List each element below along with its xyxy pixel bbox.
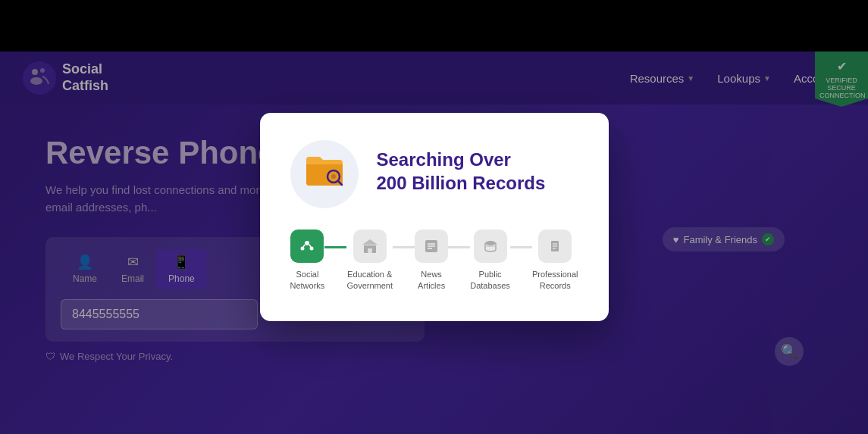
step-professional-label: ProfessionalRecords xyxy=(532,269,578,291)
svg-point-18 xyxy=(485,241,496,245)
svg-point-7 xyxy=(301,247,305,251)
step-databases-icon xyxy=(474,229,507,263)
step-social-label: SocialNetworks xyxy=(290,269,325,291)
step-education-icon xyxy=(353,229,387,263)
search-modal: Searching Over 200 Billion Records xyxy=(260,113,609,321)
svg-line-9 xyxy=(303,245,305,247)
step-education-government: Education &Government xyxy=(346,229,393,291)
svg-point-5 xyxy=(331,174,336,179)
svg-point-8 xyxy=(310,247,314,251)
svg-rect-13 xyxy=(368,248,372,253)
step-news-label: NewsArticles xyxy=(418,269,445,291)
connector-4 xyxy=(510,246,532,248)
step-education-label: Education &Government xyxy=(346,269,393,291)
step-news-articles: NewsArticles xyxy=(415,229,448,291)
connector-3 xyxy=(448,246,470,248)
modal-title: Searching Over 200 Billion Records xyxy=(377,140,546,195)
connector-2 xyxy=(393,246,415,248)
step-professional-icon xyxy=(538,229,572,263)
step-news-icon xyxy=(415,229,448,263)
svg-point-6 xyxy=(305,241,309,245)
folder-icon-area xyxy=(290,140,359,208)
svg-line-10 xyxy=(309,245,311,247)
step-professional-records: ProfessionalRecords xyxy=(532,229,578,291)
modal-overlay: Searching Over 200 Billion Records xyxy=(0,0,868,434)
folder-search-icon xyxy=(305,152,344,196)
modal-top: Searching Over 200 Billion Records xyxy=(290,140,578,208)
svg-marker-12 xyxy=(362,239,378,245)
step-social-icon xyxy=(290,229,324,263)
connector-1 xyxy=(324,246,346,248)
step-public-databases: PublicDatabases xyxy=(470,229,510,291)
steps-row: SocialNetworks Education &Government xyxy=(290,229,578,291)
step-social-networks: SocialNetworks xyxy=(290,229,325,291)
page-wrapper: Social Catfish Resources ▼ Lookups ▼ Acc… xyxy=(0,0,868,434)
step-databases-label: PublicDatabases xyxy=(470,269,510,291)
